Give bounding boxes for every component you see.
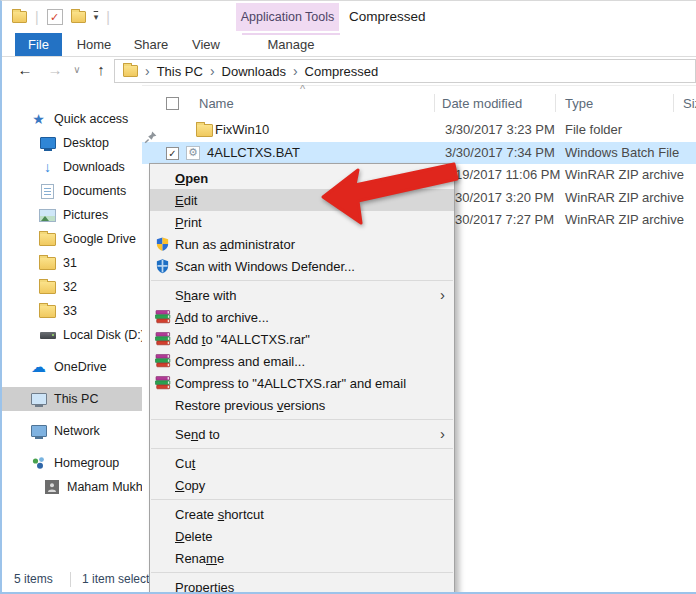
- menu-item-compress-and-email[interactable]: Compress and email...: [150, 350, 454, 372]
- sidebar-item-this-pc[interactable]: This PC: [2, 387, 142, 411]
- customize-toolbar-icon[interactable]: ▾: [94, 12, 99, 22]
- tab-share[interactable]: Share: [128, 33, 174, 56]
- back-icon[interactable]: ←: [14, 57, 36, 83]
- sidebar-item-pictures[interactable]: Pictures: [2, 203, 142, 227]
- sidebar-item-desktop[interactable]: Desktop: [2, 131, 142, 155]
- tab-home[interactable]: Home: [70, 33, 118, 56]
- file-date: 30/2017 7:27 PM: [455, 209, 554, 232]
- sidebar-item-label: This PC: [54, 392, 98, 406]
- file-name: FixWin10: [215, 119, 269, 142]
- sidebar-item-homegroup[interactable]: Homegroup: [2, 451, 142, 475]
- file-explorer-window: | ✓ ▾ | Application Tools Compressed Fil…: [0, 0, 696, 594]
- sidebar-item-local-disk-d[interactable]: Local Disk (D:): [2, 323, 142, 347]
- hard-disk-icon: [40, 332, 56, 339]
- menu-item-copy[interactable]: Copy: [150, 474, 454, 496]
- address-bar[interactable]: › This PC › Downloads › Compressed: [114, 59, 696, 83]
- file-date: 30/2017 3:20 PM: [455, 187, 554, 210]
- chevron-right-icon[interactable]: ›: [145, 63, 150, 79]
- winrar-books-icon: [150, 354, 175, 368]
- menu-item-print[interactable]: Print: [150, 211, 454, 233]
- menu-item-properties[interactable]: Properties: [150, 576, 454, 594]
- menu-item-create-shortcut[interactable]: Create shortcut: [150, 503, 454, 525]
- sidebar-item-network[interactable]: Network: [2, 419, 142, 443]
- menu-item-scan-with-windows-defender[interactable]: Scan with Windows Defender...: [150, 255, 454, 277]
- sidebar-item-quick-access[interactable]: ★ Quick access: [2, 107, 142, 131]
- sidebar-item-downloads[interactable]: ↓ Downloads: [2, 155, 142, 179]
- menu-item-share-with[interactable]: Share with ›: [150, 284, 454, 306]
- sidebar-item-user-maham[interactable]: Maham Mukht: [2, 475, 142, 499]
- tab-view[interactable]: View: [184, 33, 228, 56]
- tab-manage[interactable]: Manage: [242, 33, 340, 56]
- file-type: File folder: [565, 119, 622, 142]
- folder-icon[interactable]: [12, 11, 27, 23]
- menu-separator: [151, 572, 453, 573]
- column-divider[interactable]: [673, 94, 674, 112]
- title-bar: | ✓ ▾ | Application Tools Compressed: [2, 1, 696, 33]
- sidebar-item-label: Documents: [63, 184, 126, 198]
- folder-icon: [39, 281, 56, 294]
- menu-item-rename[interactable]: Rename: [150, 547, 454, 569]
- sidebar-item-31[interactable]: 31: [2, 251, 142, 275]
- chevron-right-icon[interactable]: ›: [210, 63, 215, 79]
- quick-access-toolbar: | ✓ ▾ |: [12, 6, 110, 28]
- menu-item-edit[interactable]: Edit: [150, 189, 454, 211]
- recent-locations-icon[interactable]: ∨: [69, 57, 85, 83]
- sidebar-item-label: Quick access: [54, 112, 128, 126]
- homegroup-icon: [30, 456, 47, 471]
- menu-item-open[interactable]: Open: [150, 167, 454, 189]
- column-header-type[interactable]: Type: [565, 90, 593, 118]
- menu-item-add-to-archive[interactable]: Add to archive...: [150, 306, 454, 328]
- file-row-fixwin10[interactable]: FixWin10 3/30/2017 3:23 PM File folder: [142, 119, 696, 142]
- menu-item-add-to-rar[interactable]: Add to "4ALLCTXS.rar": [150, 328, 454, 350]
- sidebar-item-label: Local Disk (D:): [63, 328, 145, 342]
- window-title: Compressed: [349, 1, 426, 33]
- sidebar-item-label: Maham Mukht: [67, 480, 146, 494]
- status-divider: [70, 572, 71, 587]
- column-divider[interactable]: [555, 94, 556, 112]
- address-bar-row: ← → ∨ ↑ › This PC › Downloads › Compress…: [2, 57, 696, 85]
- up-icon[interactable]: ↑: [90, 57, 112, 83]
- menu-item-run-as-administrator[interactable]: Run as administrator: [150, 233, 454, 255]
- breadcrumb-this-pc[interactable]: This PC: [157, 64, 203, 79]
- toolbar-separator: |: [106, 9, 110, 25]
- sidebar-item-label: Downloads: [63, 160, 125, 174]
- select-all-checkbox[interactable]: [166, 97, 179, 110]
- sidebar-item-32[interactable]: 32: [2, 275, 142, 299]
- sidebar-item-label: 33: [63, 304, 77, 318]
- sidebar-item-google-drive[interactable]: Google Drive: [2, 227, 142, 251]
- winrar-books-icon: [150, 332, 175, 346]
- menu-item-delete[interactable]: Delete: [150, 525, 454, 547]
- breadcrumb-compressed[interactable]: Compressed: [305, 64, 379, 79]
- column-divider[interactable]: [434, 94, 435, 112]
- menu-separator: [151, 419, 453, 420]
- menu-item-restore-previous-versions[interactable]: Restore previous versions: [150, 394, 454, 416]
- file-row-4allctxs-selected[interactable]: ✓ ⚙ 4ALLCTXS.BAT 3/30/2017 7:34 PM Windo…: [142, 142, 696, 165]
- uac-shield-icon: [150, 236, 175, 252]
- file-type: WinRAR ZIP archive: [565, 164, 684, 187]
- sidebar-item-documents[interactable]: Documents: [2, 179, 142, 203]
- properties-check-icon[interactable]: ✓: [47, 9, 63, 25]
- folder-icon: [39, 305, 56, 318]
- column-header-size[interactable]: Size: [683, 90, 696, 118]
- tab-file[interactable]: File: [15, 33, 62, 56]
- folder-icon: [39, 233, 56, 246]
- desktop-icon: [40, 137, 56, 149]
- sidebar-item-label: Google Drive: [63, 232, 136, 246]
- navigation-pane: ★ Quick access Desktop ↓ Downloads Docum…: [2, 85, 142, 566]
- menu-item-send-to[interactable]: Send to ›: [150, 423, 454, 445]
- column-header-name[interactable]: Name: [199, 90, 234, 118]
- breadcrumb-downloads[interactable]: Downloads: [222, 64, 286, 79]
- sidebar-item-33[interactable]: 33: [2, 299, 142, 323]
- column-header-date-modified[interactable]: Date modified: [442, 90, 522, 118]
- menu-item-compress-to-rar-and-email[interactable]: Compress to "4ALLCTXS.rar" and email: [150, 372, 454, 394]
- sort-ascending-icon[interactable]: ^: [300, 83, 305, 95]
- picture-icon: [39, 209, 56, 222]
- menu-item-cut[interactable]: Cut: [150, 452, 454, 474]
- sidebar-item-onedrive[interactable]: ☁ OneDrive: [2, 355, 142, 379]
- star-icon: ★: [32, 111, 45, 127]
- row-checkbox-checked[interactable]: ✓: [166, 147, 179, 160]
- sidebar-item-label: 31: [63, 256, 77, 270]
- chevron-right-icon[interactable]: ›: [293, 63, 298, 79]
- forward-icon[interactable]: →: [44, 57, 66, 83]
- new-folder-icon[interactable]: [71, 11, 86, 23]
